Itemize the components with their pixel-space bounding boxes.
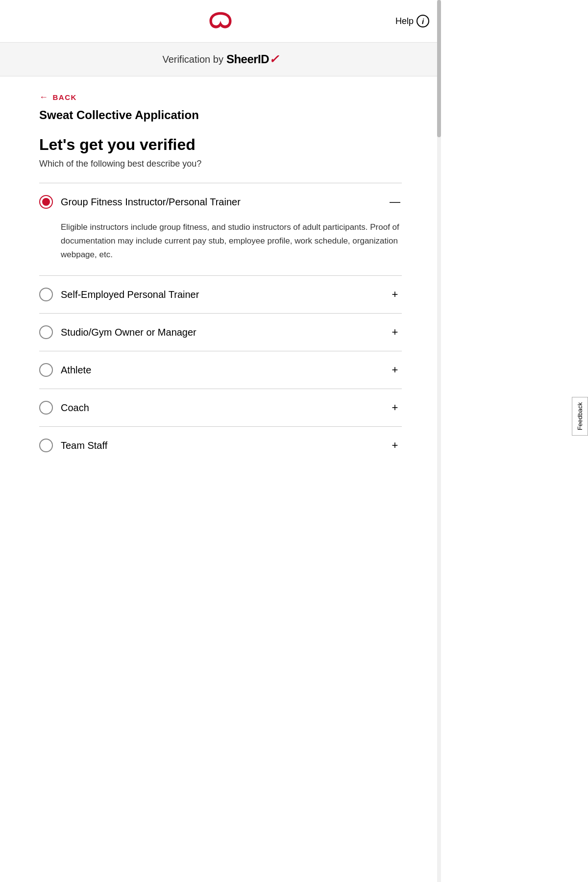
- option-studio-gym: Studio/Gym Owner or Manager +: [39, 313, 402, 351]
- option-coach-header[interactable]: Coach +: [39, 389, 402, 426]
- expand-self-employed-icon[interactable]: +: [388, 288, 402, 301]
- verification-banner: Verification by SheerID✓: [0, 43, 441, 76]
- option-group-fitness-label: Group Fitness Instructor/Personal Traine…: [61, 196, 380, 208]
- header: Help i: [0, 0, 441, 43]
- option-coach: Coach +: [39, 389, 402, 426]
- radio-team-staff[interactable]: [39, 439, 53, 452]
- sheerid-brand: SheerID✓: [226, 52, 279, 66]
- back-arrow-icon: ←: [39, 92, 49, 102]
- option-studio-gym-label: Studio/Gym Owner or Manager: [61, 327, 380, 338]
- radio-inner-group-fitness: [42, 198, 50, 206]
- option-team-staff-header[interactable]: Team Staff +: [39, 427, 402, 464]
- option-team-staff-label: Team Staff: [61, 440, 380, 451]
- expand-coach-icon[interactable]: +: [388, 401, 402, 414]
- option-athlete-label: Athlete: [61, 365, 380, 376]
- option-team-staff: Team Staff +: [39, 426, 402, 464]
- option-group-fitness-header[interactable]: Group Fitness Instructor/Personal Traine…: [39, 183, 402, 220]
- option-coach-label: Coach: [61, 402, 380, 414]
- page-title: Sweat Collective Application: [39, 108, 402, 122]
- option-athlete: Athlete +: [39, 351, 402, 389]
- section-subheading: Which of the following best describe you…: [39, 159, 402, 169]
- scrollbar-track[interactable]: [437, 0, 441, 882]
- option-self-employed: Self-Employed Personal Trainer +: [39, 275, 402, 313]
- option-athlete-header[interactable]: Athlete +: [39, 351, 402, 389]
- option-self-employed-header[interactable]: Self-Employed Personal Trainer +: [39, 276, 402, 313]
- options-list: Group Fitness Instructor/Personal Traine…: [39, 183, 402, 464]
- radio-coach[interactable]: [39, 401, 53, 415]
- expand-studio-gym-icon[interactable]: +: [388, 326, 402, 339]
- back-label: BACK: [53, 93, 77, 101]
- info-icon: i: [416, 15, 429, 27]
- expand-team-staff-icon[interactable]: +: [388, 439, 402, 452]
- section-heading: Let's get you verified: [39, 136, 402, 154]
- option-self-employed-label: Self-Employed Personal Trainer: [61, 289, 380, 300]
- option-group-fitness: Group Fitness Instructor/Personal Traine…: [39, 183, 402, 275]
- lululemon-logo: [206, 9, 235, 33]
- logo-icon: [206, 9, 235, 33]
- help-label: Help: [395, 16, 414, 26]
- radio-self-employed[interactable]: [39, 288, 53, 301]
- main-content: ← BACK Sweat Collective Application Let'…: [0, 76, 441, 484]
- verification-prefix: Verification by: [162, 54, 223, 65]
- radio-group-fitness[interactable]: [39, 195, 53, 209]
- help-button[interactable]: Help i: [395, 15, 429, 27]
- expand-athlete-icon[interactable]: +: [388, 364, 402, 376]
- radio-athlete[interactable]: [39, 363, 53, 377]
- collapse-group-fitness-icon[interactable]: —: [388, 196, 402, 208]
- option-group-fitness-description: Eligible instructors include group fitne…: [39, 220, 402, 275]
- option-studio-gym-header[interactable]: Studio/Gym Owner or Manager +: [39, 314, 402, 351]
- radio-studio-gym[interactable]: [39, 325, 53, 339]
- scrollbar-thumb[interactable]: [437, 0, 441, 137]
- back-button[interactable]: ← BACK: [39, 92, 77, 102]
